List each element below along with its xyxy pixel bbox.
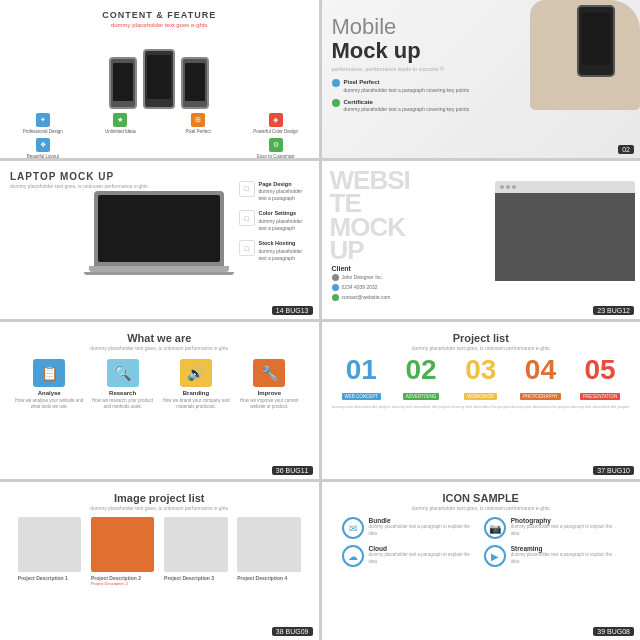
laptop-feat-3: □ Stock Hosting dummy placeholder text a… <box>239 240 309 262</box>
img-proj-1: Project Description 1 <box>18 517 81 581</box>
proj-tag-02: ADVERTISING <box>403 393 439 400</box>
icon-name-cloud: Cloud <box>369 545 478 552</box>
browser-content <box>495 193 635 281</box>
slide-num-4: 23 BUG12 <box>593 306 634 315</box>
feature-label-3: Pixel Perfect <box>185 129 210 134</box>
streaming-icon: ▶ <box>484 545 506 567</box>
mobile-title-accent: Mock up <box>332 38 421 63</box>
client-icon-email <box>332 294 339 301</box>
img-project-row: Project Description 1 Project Descriptio… <box>10 517 309 586</box>
proj-n-02: 02 <box>392 356 451 384</box>
what-item-analyse: 📋 Analyse How we analyse your website an… <box>15 359 83 411</box>
proj-02: 02 ADVERTISING dummy text describes the … <box>392 356 451 410</box>
phones-area <box>10 34 309 109</box>
lf-title-3: Stock Hosting <box>259 240 309 248</box>
proj-desc-03: dummy text describes the project <box>451 404 510 410</box>
slide-num-8: 39 BUG08 <box>593 627 634 636</box>
cloud-icon: ☁ <box>342 545 364 567</box>
browser-dot-3 <box>512 185 516 189</box>
icon-item-bundle: ✉ Bundle dummy placeholder text a paragr… <box>342 517 478 539</box>
slide8-sub: dummy placeholder text goes, is unknown … <box>332 505 631 511</box>
img-proj-3: Project Description 3 <box>164 517 227 581</box>
proj-tag-01: WEB CONCEPT <box>342 393 382 400</box>
hand-phone-device <box>577 5 615 77</box>
hand-with-phone <box>530 0 640 110</box>
feature-powerful: ◈ Powerful Color Design <box>243 113 309 134</box>
browser-dot-1 <box>500 185 504 189</box>
feature-professional: ✦ Professional Design <box>10 113 76 134</box>
proj-03: 03 WORKSHOP dummy text describes the pro… <box>451 356 510 410</box>
slide-num-3: 14 BUG13 <box>272 306 313 315</box>
slide-what-we-are: What we are dummy placeholder text goes,… <box>0 322 319 480</box>
proj-tag-04: PHOTOGRAPHY <box>520 393 561 400</box>
feature-icon-1: ✦ <box>36 113 50 127</box>
img-proj-title-3: Project Description 3 <box>164 575 214 581</box>
slide5-heading: What we are <box>10 332 309 344</box>
lf-title-2: Color Settings <box>259 210 309 218</box>
proj-n-05: 05 <box>571 356 630 384</box>
lf-icon-2: □ <box>239 210 255 226</box>
slide-project-list: Project list dummy placeholder text goes… <box>322 322 641 480</box>
client-row-name: John Designer Inc. <box>332 274 391 281</box>
phone-screen-right <box>185 63 205 101</box>
what-desc-analyse: How we analyse your website and what too… <box>15 398 83 411</box>
slide1-subtitle: dummy placeholder text goes e-ghts <box>10 22 309 28</box>
laptop-device <box>94 191 224 275</box>
what-desc-improve: How we improve your current website or p… <box>235 398 303 411</box>
feat-text-1: Pixel Perfect dummy placeholder text a p… <box>344 78 470 93</box>
laptop-screen-housing <box>94 191 224 266</box>
feat-title-1: Pixel Perfect <box>344 78 470 86</box>
what-desc-branding: How we brand your company and materials … <box>162 398 230 411</box>
icon-desc-streaming: dummy placeholder text a paragraph to ex… <box>511 552 620 565</box>
photography-icon: 📷 <box>484 517 506 539</box>
img-proj-sub-2: Project Description 2 <box>91 581 128 586</box>
client-label: Client <box>332 265 391 272</box>
feature-pixel: ⊞ Pixel Perfect <box>165 113 231 134</box>
proj-01: 01 WEB CONCEPT dummy text describes the … <box>332 356 391 410</box>
icon-item-cloud: ☁ Cloud dummy placeholder text a paragra… <box>342 545 478 567</box>
proj-desc-04: dummy text describes the project <box>511 404 570 410</box>
laptop-screen <box>98 195 220 262</box>
feature-icon-5: ❖ <box>36 138 50 152</box>
icon-info-bundle: Bundle dummy placeholder text a paragrap… <box>369 517 478 537</box>
feature-icon-4: ◈ <box>269 113 283 127</box>
feature-label-1: Professional Design <box>23 129 63 134</box>
img-proj-title-1: Project Description 1 <box>18 575 68 581</box>
phone-screen-center <box>147 55 171 99</box>
client-name: John Designer Inc. <box>342 274 384 280</box>
what-icon-analyse: 📋 <box>33 359 65 387</box>
lf-icon-3: □ <box>239 240 255 256</box>
proj-desc-02: dummy text describes the project <box>392 404 451 410</box>
lf-text-1: Page Design dummy placeholder text a par… <box>259 181 309 203</box>
proj-tag-05: PRESENTATION <box>580 393 620 400</box>
icon-desc-photography: dummy placeholder text a paragraph to ex… <box>511 524 620 537</box>
client-email: contact@website.com <box>342 294 391 300</box>
feature-icon-6: ⚙ <box>269 138 283 152</box>
proj-tag-03: WORKSHOP <box>464 393 497 400</box>
laptop-feat-2: □ Color Settings dummy placeholder text … <box>239 210 309 232</box>
icon-desc-cloud: dummy placeholder text a paragraph to ex… <box>369 552 478 565</box>
proj-04: 04 PHOTOGRAPHY dummy text describes the … <box>511 356 570 410</box>
icon-name-bundle: Bundle <box>369 517 478 524</box>
lf-text-2: Color Settings dummy placeholder text a … <box>259 210 309 232</box>
img-proj-2: Project Description 2 Project Descriptio… <box>91 517 154 586</box>
client-row-email: contact@website.com <box>332 294 391 301</box>
img-proj-4: Project Description 4 <box>237 517 300 581</box>
slide1-title: CONTENT & FEATURE <box>10 10 309 20</box>
what-item-research: 🔍 Research How we research your product … <box>88 359 156 411</box>
img-proj-box-3 <box>164 517 227 572</box>
slide7-heading: Image project list <box>10 492 309 504</box>
what-icon-branding: 🔊 <box>180 359 212 387</box>
feature-label-6: Easy to Customize <box>257 154 295 158</box>
lf-title-1: Page Design <box>259 181 309 189</box>
laptop-right-features: □ Page Design dummy placeholder text a p… <box>239 181 309 270</box>
browser-bar <box>495 181 635 193</box>
features-row-bottom: ❖ Beautiful Layout ⚙ Easy to Customize <box>10 138 309 158</box>
img-proj-box-4 <box>237 517 300 572</box>
slide5-sub: dummy placeholder text goes, is unknown … <box>10 345 309 351</box>
icon-info-streaming: Streaming dummy placeholder text a parag… <box>511 545 620 565</box>
slide6-heading: Project list <box>332 332 631 344</box>
slide-image-project-list: Image project list dummy placeholder tex… <box>0 482 319 640</box>
icon-grid: ✉ Bundle dummy placeholder text a paragr… <box>332 517 631 567</box>
feature-label-4: Powerful Color Design <box>253 129 298 134</box>
